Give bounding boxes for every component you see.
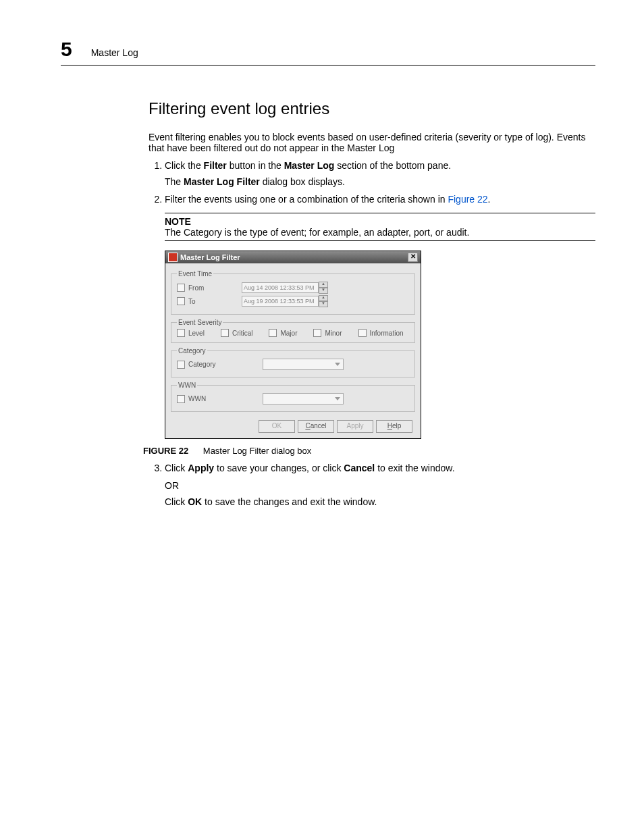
- chapter-number: 5: [61, 38, 72, 61]
- wwn-checkbox[interactable]: [177, 395, 185, 403]
- information-checkbox[interactable]: [358, 329, 367, 337]
- figure-caption: FIGURE 22 Master Log Filter dialog box: [143, 446, 595, 456]
- intro-paragraph: Event filtering enables you to block eve…: [149, 132, 595, 153]
- page: 5 Master Log Filtering event log entries…: [0, 0, 644, 554]
- help-button[interactable]: Help: [376, 420, 412, 433]
- minor-label: Minor: [325, 330, 342, 337]
- category-checkbox[interactable]: [177, 361, 185, 369]
- dialog-button-bar: OK Cancel Apply Help: [171, 416, 415, 433]
- note-block: NOTE The Category is the type of event; …: [165, 213, 595, 241]
- step-2: Filter the events using one or a combina…: [165, 194, 595, 205]
- to-date-input[interactable]: Aug 19 2008 12:33:53 PM: [242, 296, 319, 307]
- event-severity-group: Event Severity Level Critical Major Mino…: [171, 319, 415, 343]
- category-combo[interactable]: [263, 359, 344, 370]
- dialog-title: Master Log Filter: [180, 253, 240, 261]
- to-label: To: [188, 298, 236, 305]
- to-checkbox[interactable]: [177, 297, 185, 305]
- ok-button[interactable]: OK: [259, 420, 295, 433]
- cancel-button[interactable]: Cancel: [298, 420, 334, 433]
- step-1: Click the Filter button in the Master Lo…: [165, 160, 595, 187]
- to-spin-up[interactable]: ▲: [319, 295, 328, 301]
- dialog-body: Event Time From Aug 14 2008 12:33:53 PM …: [165, 263, 421, 438]
- major-label: Major: [280, 330, 297, 337]
- event-time-group: Event Time From Aug 14 2008 12:33:53 PM …: [171, 270, 415, 315]
- apply-button[interactable]: Apply: [337, 420, 373, 433]
- category-group: Category Category: [171, 347, 415, 377]
- critical-label: Critical: [232, 330, 253, 337]
- master-log-filter-dialog: Master Log Filter ✕ Event Time From Aug …: [165, 251, 421, 439]
- event-severity-legend: Event Severity: [177, 319, 223, 326]
- section-title: Filtering event log entries: [149, 99, 595, 118]
- wwn-legend: WWN: [177, 382, 197, 389]
- step-3b: Click OK to save the changes and exit th…: [165, 496, 595, 507]
- step-1-sub: The Master Log Filter dialog box display…: [165, 176, 595, 187]
- event-time-legend: Event Time: [177, 270, 213, 278]
- figure-22-link[interactable]: Figure 22: [448, 194, 487, 205]
- wwn-group: WWN WWN: [171, 382, 415, 412]
- running-title: Master Log: [91, 47, 138, 58]
- major-checkbox[interactable]: [269, 329, 277, 337]
- category-label: Category: [188, 361, 236, 368]
- step-3: Click Apply to save your changes, or cli…: [165, 463, 595, 507]
- close-button[interactable]: ✕: [408, 253, 418, 262]
- steps-list: Click the Filter button in the Master Lo…: [149, 160, 595, 205]
- to-spin-down[interactable]: ▼: [319, 301, 328, 307]
- app-icon: [168, 253, 178, 262]
- note-label: NOTE: [165, 216, 595, 227]
- from-checkbox[interactable]: [177, 284, 185, 292]
- figure-label: FIGURE 22: [143, 446, 188, 456]
- from-date-input[interactable]: Aug 14 2008 12:33:53 PM: [242, 282, 319, 293]
- category-legend: Category: [177, 347, 207, 355]
- wwn-combo[interactable]: [263, 393, 344, 405]
- steps-list-cont: Click Apply to save your changes, or cli…: [149, 463, 595, 507]
- note-text: The Category is the type of event; for e…: [165, 227, 595, 238]
- level-checkbox[interactable]: [177, 329, 185, 337]
- figure-text: Master Log Filter dialog box: [203, 446, 311, 456]
- from-label: From: [188, 284, 236, 292]
- information-label: Information: [370, 330, 404, 337]
- dialog-titlebar: Master Log Filter ✕: [165, 251, 421, 263]
- step-3-or: OR: [165, 480, 595, 491]
- from-spin-down[interactable]: ▼: [319, 288, 328, 294]
- wwn-label: WWN: [188, 395, 236, 402]
- running-header: 5 Master Log: [61, 38, 595, 66]
- content: Filtering event log entries Event filter…: [149, 99, 595, 507]
- level-label: Level: [188, 330, 205, 337]
- minor-checkbox[interactable]: [313, 329, 321, 337]
- from-spin-up[interactable]: ▲: [319, 282, 328, 288]
- critical-checkbox[interactable]: [221, 329, 229, 337]
